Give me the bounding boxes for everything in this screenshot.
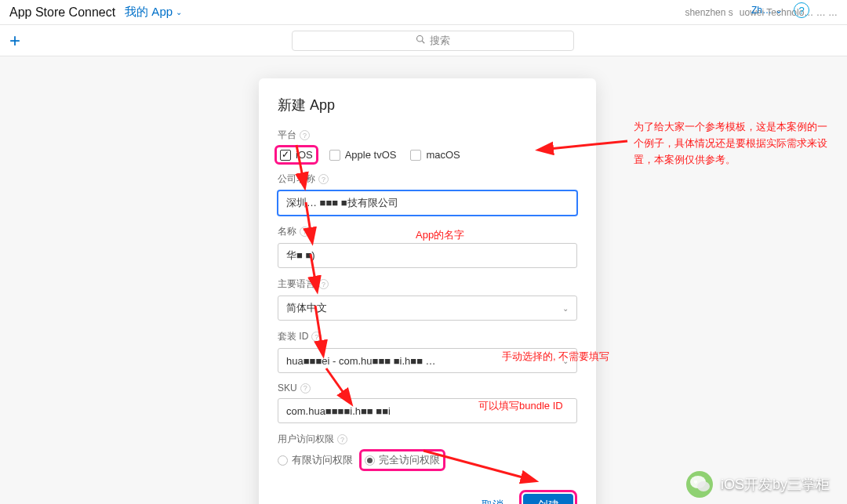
watermark-text: iOS开发by三掌柜 [721, 475, 830, 494]
help-icon[interactable]: ? [318, 174, 329, 184]
platform-tvos-label: Apple tvOS [345, 149, 397, 161]
cancel-button[interactable]: 取消 [474, 490, 511, 504]
annotation-sku: 可以填写bundle ID [478, 398, 563, 415]
radio-selected-icon[interactable] [365, 455, 375, 466]
ios-highlight: iOS [274, 145, 318, 165]
language-menu[interactable]: Zh… ⌄ ? [751, 2, 809, 18]
access-limited[interactable]: 有限访问权限 [278, 453, 353, 467]
modal-title: 新建 App [278, 96, 577, 114]
annotation-instructions: 为了给大家一个参考模板，这是本案例的一个例子，具体情况还是要根据实际需求来设置，… [634, 119, 834, 168]
help-icon[interactable]: ? [300, 130, 310, 140]
access-label: 用户访问权限? [278, 433, 577, 446]
platform-ios[interactable]: iOS [280, 149, 313, 161]
my-app-link[interactable]: 我的 App ⌄ [125, 5, 182, 20]
access-full-highlight: 完全访问权限 [359, 449, 445, 471]
checkbox-icon[interactable] [329, 150, 340, 161]
language-label: 主要语言? [278, 277, 577, 291]
access-full[interactable]: 完全访问权限 [365, 453, 440, 467]
sku-label: SKU? [278, 383, 577, 393]
wechat-icon [686, 471, 713, 498]
chevron-down-icon: ⌄ [775, 5, 783, 16]
annotation-bundle: 手动选择的, 不需要填写 [502, 349, 609, 365]
help-icon[interactable]: ? [300, 227, 310, 237]
sub-header: + 搜索 [0, 25, 847, 56]
help-icon[interactable]: ? [318, 279, 329, 289]
create-button[interactable]: 创建 [523, 494, 573, 504]
search-icon [416, 34, 425, 46]
platform-row: iOS Apple tvOS macOS [278, 147, 577, 163]
platform-macos-label: macOS [426, 149, 460, 161]
company-input[interactable] [278, 190, 577, 216]
help-icon[interactable]: ? [300, 383, 311, 393]
watermark: iOS开发by三掌柜 [686, 471, 830, 498]
app-store-connect-title: App Store Connect [9, 5, 115, 20]
access-radio-row: 有限访问权限 完全访问权限 [278, 451, 577, 470]
access-full-label: 完全访问权限 [379, 453, 440, 467]
chevron-down-icon: ⌄ [562, 304, 569, 313]
platform-label: 平台? [278, 129, 577, 142]
bundle-label: 套装 ID? [278, 330, 577, 343]
new-app-modal: 新建 App 平台? iOS Apple tvOS macOS 公司名称? 名称… [259, 78, 596, 504]
language-value: 简体中文 [286, 301, 327, 315]
help-icon[interactable]: ? [311, 332, 322, 342]
create-highlight: 创建 [519, 490, 577, 504]
company-label: 公司名称? [278, 172, 577, 186]
access-limited-label: 有限访问权限 [292, 453, 353, 467]
platform-macos[interactable]: macOS [410, 149, 460, 161]
svg-point-0 [417, 36, 424, 42]
help-icon[interactable]: ? [794, 2, 809, 18]
platform-ios-label: iOS [296, 149, 313, 161]
checkbox-icon[interactable] [410, 150, 421, 161]
my-app-label: 我的 App [125, 5, 173, 20]
help-icon[interactable]: ? [337, 434, 347, 444]
search-placeholder: 搜索 [430, 34, 450, 48]
checkbox-checked-icon[interactable] [280, 150, 291, 161]
modal-footer: 取消 创建 [278, 490, 577, 504]
org-name: shenzhen s [685, 7, 732, 18]
language-label: Zh… [751, 5, 772, 16]
svg-line-1 [422, 41, 424, 43]
annotation-appname: App的名字 [416, 227, 464, 244]
bundle-value: hua■■■ei - com.hu■■■ ■i.h■■ … [286, 355, 436, 367]
name-input[interactable] [278, 243, 577, 268]
add-button[interactable]: + [9, 30, 28, 52]
platform-tvos[interactable]: Apple tvOS [329, 149, 397, 161]
radio-icon[interactable] [278, 455, 288, 466]
top-header: App Store Connect 我的 App ⌄ shenzhen s uo… [0, 0, 847, 25]
chevron-down-icon: ⌄ [176, 8, 182, 16]
search-input[interactable]: 搜索 [292, 31, 574, 51]
language-select[interactable]: 简体中文 ⌄ [278, 296, 577, 321]
